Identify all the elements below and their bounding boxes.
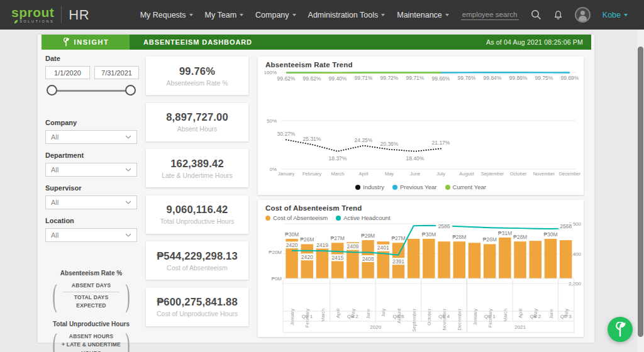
- department-select[interactable]: All: [45, 163, 137, 177]
- industry-data-label: 24.25%: [355, 137, 373, 143]
- sprout-logo[interactable]: sprout SOLUTIONS HR: [11, 6, 89, 24]
- rate-data-label: 99.84%: [484, 75, 502, 81]
- sprout-mark-icon: [62, 38, 70, 47]
- x-axis-month: April: [335, 309, 341, 318]
- cost-bar[interactable]: [530, 241, 542, 278]
- cost-bar-label: ₱30M: [422, 231, 436, 238]
- menu-item-label: My Team: [205, 11, 236, 19]
- kpi-label: Absent Hours: [177, 125, 218, 133]
- insight-tab-label: INSIGHT: [74, 38, 109, 46]
- cost-bar[interactable]: [484, 244, 496, 278]
- kpi-value: 99.76%: [179, 65, 215, 77]
- legend-label: Industry: [363, 184, 384, 190]
- quarter-label: Qtr 3: [393, 314, 404, 319]
- brand-divider: [61, 6, 62, 23]
- kpi-card: 162,389.42Late & Undertime Hours: [146, 149, 248, 187]
- page-title: ABSENTEEISM DASHBOARD: [143, 38, 252, 46]
- location-select[interactable]: All: [45, 228, 137, 242]
- insight-tab[interactable]: INSIGHT: [42, 35, 130, 50]
- kpi-label: Cost of Absenteeism: [167, 264, 227, 272]
- chevron-down-icon: [125, 233, 131, 237]
- rate-data-label: 99.76%: [458, 75, 476, 81]
- cost-bar[interactable]: [301, 244, 314, 278]
- formula-denominator: TOTAL DAYS EXPECTED: [60, 294, 122, 311]
- chart-title: Absenteeism Rate Trend: [258, 57, 584, 69]
- page-scrollbar-track: [637, 0, 644, 352]
- legend-dot-icon: [336, 216, 341, 221]
- legend-dot-icon: [392, 185, 397, 190]
- kpi-label: Late & Undertime Hours: [162, 172, 233, 179]
- employee-search-input[interactable]: [461, 9, 519, 20]
- user-avatar[interactable]: [575, 7, 591, 23]
- legend-item: Current Year: [445, 184, 486, 190]
- date-range-slider: [47, 85, 136, 97]
- cost-bar[interactable]: [499, 238, 511, 278]
- notifications-bell-icon[interactable]: [553, 9, 563, 20]
- fraction-divider: [63, 292, 119, 292]
- cost-bar[interactable]: [438, 241, 450, 278]
- industry-data-label: 21.17%: [432, 140, 450, 146]
- x-axis-month: November: [441, 309, 447, 331]
- date-to-input[interactable]: [94, 66, 139, 79]
- menu-item-company[interactable]: Company: [255, 11, 296, 19]
- absenteeism-rate-formula: Absenteeism Rate % ABSENT DAYS TOTAL DAY…: [45, 270, 137, 314]
- x-axis-month: June: [410, 171, 420, 177]
- cost-bar[interactable]: [453, 241, 466, 278]
- cost-bar-label: ₱28M: [513, 234, 527, 240]
- headcount-label: 2568: [560, 223, 572, 229]
- page-scrollbar-thumb[interactable]: [638, 47, 643, 337]
- chat-widget-button[interactable]: [608, 317, 633, 342]
- kpi-card: ₱544,229,298.13Cost of Absenteeism: [146, 241, 248, 280]
- supervisor-filter: Supervisor All: [45, 184, 137, 209]
- legend-dot-icon: [265, 216, 270, 221]
- main-menu: My RequestsMy TeamCompanyAdministration …: [140, 11, 449, 19]
- menu-item-my-requests[interactable]: My Requests: [140, 11, 193, 19]
- user-menu[interactable]: Kobe: [602, 11, 628, 19]
- slider-handle-start[interactable]: [47, 85, 57, 96]
- chevron-down-icon: [240, 14, 243, 16]
- location-filter-label: Location: [45, 217, 137, 224]
- formula-numerator: ABSENT DAYS: [60, 282, 122, 290]
- company-filter-label: Company: [45, 119, 137, 126]
- menu-item-maintenance[interactable]: Maintenance: [397, 11, 449, 19]
- legend-item: Industry: [355, 184, 384, 190]
- slider-handle-end[interactable]: [125, 85, 136, 96]
- x-axis-month: September: [411, 308, 417, 331]
- cost-bar[interactable]: [560, 240, 572, 278]
- kpi-value: 162,389.42: [170, 158, 224, 170]
- supervisor-select[interactable]: All: [45, 195, 137, 209]
- chevron-down-icon: [381, 14, 385, 16]
- kpi-card: 99.76%Absenteeism Rate %: [146, 57, 248, 95]
- absenteeism-rate-trend-chart: Absenteeism Rate Trend 100%50%0%JanuaryF…: [258, 57, 584, 195]
- kpi-label: Total Unproductive Hours: [160, 217, 235, 225]
- x-axis-month: August: [459, 171, 474, 177]
- kpi-cards: 99.76%Absenteeism Rate %8,897,727.00Abse…: [146, 57, 248, 326]
- menu-item-administration-tools[interactable]: Administration Tools: [308, 11, 386, 19]
- filter-sidebar: Date Company All Department All Supervis…: [38, 50, 145, 343]
- x-axis-month: March: [331, 171, 345, 177]
- cost-bar[interactable]: [408, 239, 420, 278]
- cost-bar[interactable]: [316, 243, 329, 278]
- rate-data-label: 99.62%: [277, 75, 296, 82]
- x-axis-month: November: [533, 171, 555, 177]
- company-select[interactable]: All: [45, 130, 137, 144]
- y-axis-tick: 0%: [269, 167, 277, 172]
- formula-title: Absenteeism Rate %: [45, 270, 137, 277]
- company-filter: Company All: [45, 119, 137, 144]
- cost-chart-legend: Cost of AbsenteeismActive Headcount: [258, 212, 584, 221]
- cost-bar[interactable]: [514, 241, 526, 278]
- x-axis-month: December: [559, 171, 581, 177]
- legend-label: Current Year: [453, 184, 486, 190]
- cost-bar-label: ₱28M: [452, 234, 466, 240]
- cost-bar[interactable]: [423, 239, 435, 278]
- date-from-input[interactable]: [45, 66, 90, 79]
- search-icon[interactable]: [531, 9, 541, 20]
- product-name: HR: [69, 7, 89, 23]
- cost-bar[interactable]: [545, 239, 557, 278]
- rate-data-label: 99.71%: [406, 75, 425, 81]
- x-axis-month: April: [518, 309, 523, 318]
- cost-bar-label: ₱27M: [331, 235, 345, 241]
- cost-bar[interactable]: [469, 243, 481, 278]
- quarter-label: Qtr 4: [438, 314, 450, 319]
- menu-item-my-team[interactable]: My Team: [205, 11, 243, 19]
